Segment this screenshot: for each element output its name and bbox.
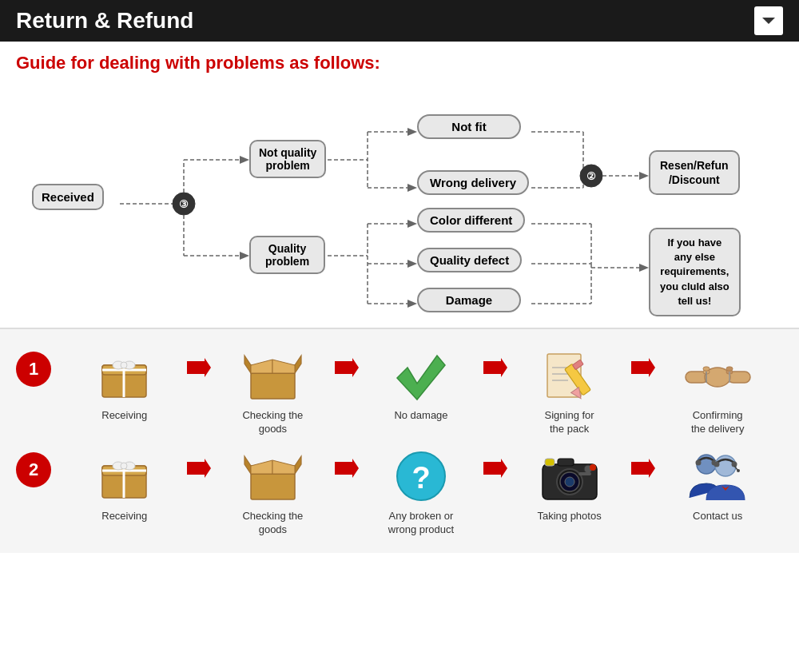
- question-mark-icon-2: ?: [385, 444, 457, 508]
- svg-rect-97: [578, 472, 591, 475]
- svg-rect-94: [558, 459, 574, 466]
- svg-text:?: ?: [411, 461, 430, 495]
- not-fit-node: Not fit: [417, 114, 521, 139]
- svg-point-78: [121, 463, 127, 469]
- not-quality-node: Not qualityproblem: [249, 140, 326, 178]
- step-label-signing-1: Signing forthe pack: [545, 409, 594, 436]
- svg-marker-51: [272, 360, 295, 373]
- step-label-photos-2: Taking photos: [537, 510, 601, 523]
- quality-box: Qualityproblem: [249, 236, 325, 274]
- svg-marker-30: [639, 172, 649, 180]
- received-node: Received: [32, 184, 104, 210]
- step-item-photos-2: Taking photos: [504, 444, 635, 523]
- step-item-contact-2: Contact us: [652, 444, 783, 523]
- pencil-paper-icon-1: [534, 344, 606, 408]
- damage-box: Damage: [417, 288, 521, 312]
- svg-point-101: [696, 459, 702, 465]
- header-arrow-icon: [754, 6, 783, 35]
- quality-defect-box: Quality defect: [417, 248, 522, 272]
- flowchart-container: ③: [16, 88, 783, 320]
- color-different-node: Color different: [417, 208, 525, 233]
- step-number-1: 1: [16, 352, 51, 387]
- process-row-2: 2 Receiving: [16, 444, 783, 537]
- svg-rect-46: [251, 373, 295, 399]
- svg-marker-48: [244, 356, 251, 373]
- svg-rect-95: [545, 459, 555, 466]
- svg-point-44: [121, 362, 127, 368]
- quality-node: Qualityproblem: [249, 236, 325, 274]
- step-item-checking-1: Checking thegoods: [208, 344, 339, 436]
- step-item-confirming-1: Confirmingthe delivery: [652, 344, 783, 436]
- person-headset-icon-2: [682, 444, 753, 508]
- step-label-broken-2: Any broken orwrong product: [388, 510, 454, 537]
- svg-marker-50: [251, 360, 272, 373]
- checkmark-icon-1: [385, 344, 457, 408]
- svg-marker-84: [251, 460, 272, 474]
- svg-marker-14: [407, 184, 417, 192]
- process-section: 1 Receiving: [0, 328, 799, 553]
- step-label-confirming-1: Confirmingthe delivery: [691, 409, 744, 436]
- camera-icon-2: [534, 444, 606, 508]
- flowchart-section: ③: [0, 80, 799, 328]
- guide-text: Guide for dealing with problems as follo…: [0, 42, 799, 80]
- if-you-have-box: If you haveany elserequirements,you clul…: [649, 228, 741, 316]
- damage-node: Damage: [417, 288, 521, 312]
- step-items-1: Receiving: [59, 344, 783, 436]
- svg-point-93: [565, 477, 574, 487]
- svg-text:②: ②: [586, 170, 596, 182]
- step-item-receiving-2: Receiving: [59, 444, 190, 523]
- not-quality-box: Not qualityproblem: [249, 140, 326, 178]
- handshake-icon-1: [682, 344, 753, 408]
- step-items-2: Receiving Checking thegoods: [59, 444, 783, 537]
- svg-marker-5: [240, 156, 249, 164]
- not-fit-box: Not fit: [417, 114, 521, 139]
- svg-point-1: [173, 193, 195, 215]
- svg-marker-82: [244, 456, 251, 474]
- received-box: Received: [32, 184, 104, 210]
- svg-marker-22: [407, 300, 417, 308]
- svg-rect-67: [703, 367, 710, 371]
- step-label-checking-2: Checking thegoods: [242, 510, 303, 537]
- step-label-nodamage-1: No damage: [394, 409, 447, 423]
- svg-marker-8: [240, 252, 249, 260]
- resen-refund-node: Resen/Refun/Discount: [649, 150, 740, 195]
- svg-point-109: [737, 469, 740, 472]
- step-label-contact-2: Contact us: [693, 510, 742, 523]
- svg-point-27: [580, 165, 602, 187]
- svg-rect-69: [726, 367, 733, 371]
- color-different-box: Color different: [417, 208, 525, 233]
- header: Return & Refund: [0, 0, 799, 42]
- svg-text:③: ③: [179, 198, 189, 210]
- box-closed-icon-2: [89, 444, 161, 508]
- resen-refund-box: Resen/Refun/Discount: [649, 150, 740, 195]
- svg-marker-18: [407, 220, 417, 228]
- step-label-receiving-2: Receiving: [101, 510, 147, 523]
- step-item-receiving-1: Receiving: [59, 344, 190, 423]
- header-title: Return & Refund: [16, 8, 193, 34]
- svg-marker-85: [272, 460, 295, 474]
- wrong-delivery-box: Wrong delivery: [417, 170, 529, 195]
- wrong-delivery-node: Wrong delivery: [417, 170, 529, 195]
- step-label-receiving-1: Receiving: [101, 409, 147, 423]
- svg-point-98: [590, 464, 596, 471]
- if-you-have-node: If you haveany elserequirements,you clul…: [649, 228, 741, 316]
- step-item-checking-2: Checking thegoods: [208, 444, 339, 537]
- quality-defect-node: Quality defect: [417, 248, 522, 272]
- svg-marker-53: [397, 356, 445, 400]
- box-open-icon-1: [237, 344, 308, 408]
- step-item-nodamage-1: No damage: [356, 344, 487, 423]
- svg-marker-83: [295, 456, 301, 474]
- svg-marker-37: [639, 264, 649, 272]
- step-number-2: 2: [16, 452, 51, 487]
- svg-marker-12: [407, 128, 417, 136]
- step-item-broken-2: ? Any broken orwrong product: [356, 444, 487, 537]
- svg-marker-20: [407, 260, 417, 268]
- process-row-1: 1 Receiving: [16, 344, 783, 436]
- step-item-signing-1: Signing forthe pack: [504, 344, 635, 436]
- svg-point-106: [714, 461, 720, 467]
- step-label-checking-1: Checking thegoods: [242, 409, 303, 436]
- box-closed-icon-1: [89, 344, 161, 408]
- svg-marker-49: [295, 356, 301, 373]
- box-open-icon-2: [237, 444, 308, 508]
- svg-rect-80: [251, 474, 295, 499]
